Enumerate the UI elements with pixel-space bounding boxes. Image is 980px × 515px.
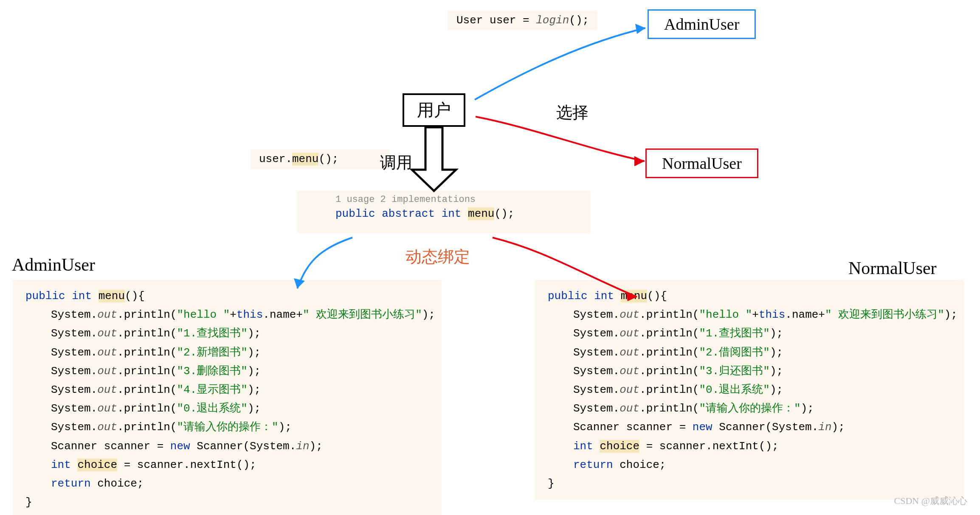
code-line: int choice = scanner.nextInt(); — [25, 456, 433, 474]
admin-title: AdminUser — [12, 255, 95, 275]
abstract-a: public abstract int — [335, 207, 468, 220]
svg-marker-0 — [635, 24, 645, 34]
code-line: System.out.println("0.退出系统"); — [25, 399, 433, 418]
code-line: System.out.println("hello "+this.name+" … — [548, 305, 955, 324]
code-line: System.out.println("请输入你的操作："); — [548, 399, 955, 418]
code-line: System.out.println("3.归还图书"); — [548, 362, 955, 381]
user-box-label: 用户 — [417, 101, 451, 120]
code-line: } — [548, 474, 955, 493]
normal-box-label: NormalUser — [662, 154, 742, 172]
code-line: System.out.println("1.查找图书"); — [548, 324, 955, 343]
select-label: 选择 — [556, 102, 589, 123]
normal-box: NormalUser — [645, 148, 758, 178]
code-line: System.out.println("3.删除图书"); — [25, 362, 433, 381]
dynamic-binding-label: 动态绑定 — [406, 246, 470, 268]
svg-marker-1 — [634, 156, 645, 166]
code-line: int choice = scanner.nextInt(); — [548, 437, 955, 456]
code-line: System.out.println("4.显示图书"); — [25, 381, 433, 399]
prefix: user. — [259, 153, 292, 165]
code-line: public int menu(){ — [25, 287, 433, 305]
code-line: public int menu(){ — [548, 287, 955, 305]
usages-hint: 1 usage 2 implementations — [335, 194, 582, 205]
code-line: System.out.println("hello "+this.name+" … — [25, 305, 433, 324]
user-box: 用户 — [403, 93, 465, 127]
admin-code-block: public int menu(){System.out.println("he… — [13, 280, 442, 515]
tail: (); — [318, 153, 338, 165]
code-line: return choice; — [548, 456, 955, 474]
abstract-b: menu — [468, 207, 494, 220]
normal-title: NormalUser — [848, 258, 937, 278]
normal-code-block: public int menu(){System.out.println("he… — [535, 280, 964, 500]
admin-box: AdminUser — [648, 9, 756, 39]
code-line: return choice; — [25, 474, 433, 493]
user-menu-call: user.menu(); — [251, 149, 389, 169]
call-label: 调用 — [380, 152, 412, 174]
login-snippet: User user = login(); — [448, 11, 597, 30]
call: login — [536, 14, 569, 27]
tail: (); — [569, 14, 589, 27]
code-line: } — [25, 493, 433, 512]
code-line: System.out.println("0.退出系统"); — [548, 381, 955, 399]
abstract-snippet: 1 usage 2 implementations public abstrac… — [297, 191, 590, 233]
var: user = — [490, 14, 529, 27]
code-line: System.out.println("请输入你的操作："); — [25, 418, 433, 437]
method: menu — [292, 153, 318, 165]
code-line: Scanner scanner = new Scanner(System.in)… — [25, 437, 433, 456]
code-line: System.out.println("1.查找图书"); — [25, 324, 433, 343]
code-line: System.out.println("2.借阅图书"); — [548, 343, 955, 362]
code-line: Scanner scanner = new Scanner(System.in)… — [548, 418, 955, 437]
code-line: System.out.println("2.新增图书"); — [25, 343, 433, 362]
watermark: CSDN @威威沁心 — [894, 495, 967, 507]
type: User — [456, 14, 483, 27]
admin-box-label: AdminUser — [664, 15, 739, 33]
abstract-c: (); — [494, 207, 514, 220]
